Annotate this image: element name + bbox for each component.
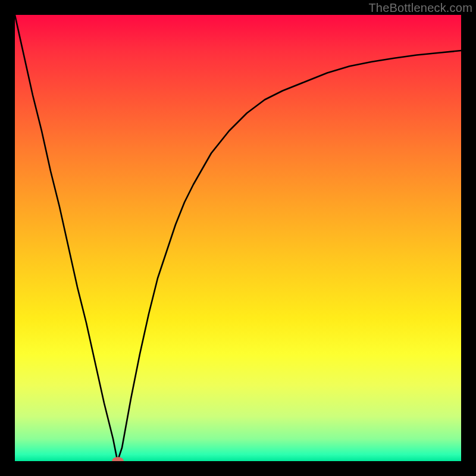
plot-area xyxy=(15,15,461,461)
chart-frame: TheBottleneck.com xyxy=(0,0,476,476)
optimal-point-marker xyxy=(112,457,124,461)
watermark-text: TheBottleneck.com xyxy=(368,1,472,15)
bottleneck-curve xyxy=(15,15,461,461)
